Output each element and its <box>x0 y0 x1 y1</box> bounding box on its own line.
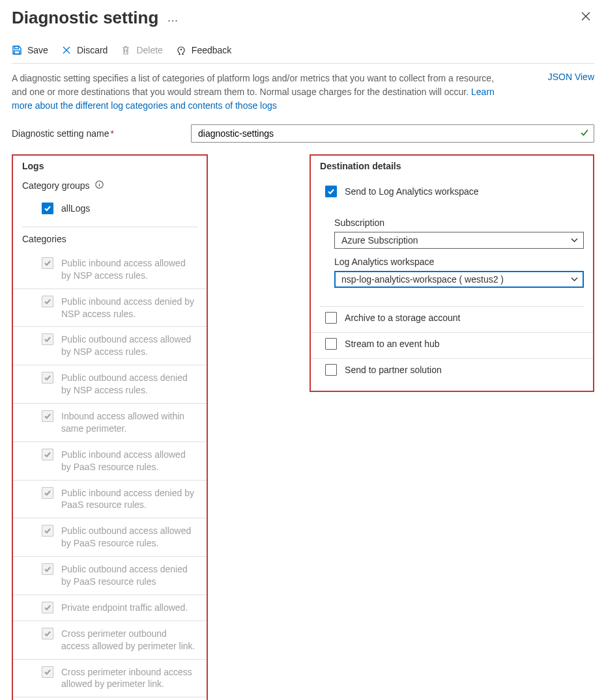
category-label: Public outbound access allowed by NSP ac… <box>61 333 197 358</box>
chevron-down-icon <box>571 235 578 245</box>
page-title: Diagnostic setting <box>12 8 158 28</box>
setting-name-label: Diagnostic setting name* <box>12 128 191 139</box>
description-text: A diagnostic setting specifies a list of… <box>12 72 507 113</box>
delete-button: Delete <box>121 45 162 55</box>
category-checkbox <box>42 628 53 639</box>
category-label: Public outbound access allowed by PaaS r… <box>61 525 197 550</box>
alllogs-checkbox[interactable] <box>42 203 53 214</box>
partner-label: Send to partner solution <box>345 364 442 376</box>
logs-title: Logs <box>13 161 207 171</box>
subscription-value: Azure Subscription <box>341 235 418 245</box>
toolbar: Save Discard Delete Feedback <box>12 45 594 64</box>
workspace-label: Log Analytics workspace <box>334 257 584 267</box>
logs-panel: Logs Category groups allLogs Categories … <box>12 154 208 700</box>
category-checkbox <box>42 666 53 678</box>
category-label: Public inbound access denied by NSP acce… <box>61 296 197 320</box>
category-row: Public inbound access denied by NSP acce… <box>13 288 207 327</box>
archive-checkbox[interactable] <box>325 312 337 324</box>
category-row: Private endpoint traffic allowed. <box>13 595 207 621</box>
valid-check-icon <box>580 128 589 139</box>
delete-icon <box>121 45 131 55</box>
category-checkbox <box>42 372 53 384</box>
category-checkbox <box>42 333 53 345</box>
partner-checkbox[interactable] <box>325 364 337 376</box>
close-button[interactable] <box>577 8 594 25</box>
category-label: Public inbound access allowed by NSP acc… <box>61 257 197 282</box>
category-label: Public outbound access denied by NSP acc… <box>61 372 197 397</box>
category-label: Private endpoint traffic allowed. <box>61 602 188 614</box>
stream-label: Stream to an event hub <box>345 338 440 350</box>
svg-rect-1 <box>14 51 20 54</box>
category-row: Public inbound access denied by PaaS res… <box>13 480 207 518</box>
discard-icon <box>61 45 72 55</box>
category-checkbox <box>42 525 53 537</box>
category-checkbox <box>42 602 53 613</box>
category-row: Public outbound access denied by PaaS re… <box>13 556 207 595</box>
more-icon[interactable]: ··· <box>167 10 178 26</box>
save-button[interactable]: Save <box>12 45 48 55</box>
send-la-label: Send to Log Analytics workspace <box>345 186 478 198</box>
discard-label: Discard <box>77 45 108 55</box>
destination-panel: Destination details Send to Log Analytic… <box>310 154 594 392</box>
workspace-value: nsp-log-analytics-workspace ( westus2 ) <box>341 274 504 285</box>
category-checkbox <box>42 296 53 307</box>
json-view-link[interactable]: JSON View <box>548 72 594 82</box>
required-indicator: * <box>109 128 113 139</box>
alllogs-label: allLogs <box>61 203 90 215</box>
category-row: Public inbound access allowed by NSP acc… <box>13 251 207 288</box>
category-checkbox <box>42 487 53 499</box>
setting-name-input[interactable] <box>191 124 594 143</box>
stream-checkbox[interactable] <box>325 338 337 350</box>
feedback-label: Feedback <box>192 45 231 55</box>
category-label: Cross perimeter outbound access allowed … <box>61 628 197 652</box>
category-row: Public outbound access denied by NSP acc… <box>13 365 207 403</box>
category-checkbox <box>42 410 53 422</box>
svg-point-2 <box>180 49 182 50</box>
category-row: Cross perimeter inbound access allowed b… <box>13 659 207 697</box>
category-checkbox <box>42 257 53 269</box>
svg-rect-0 <box>15 46 19 49</box>
category-row: Public outbound access allowed by PaaS r… <box>13 518 207 556</box>
archive-label: Archive to a storage account <box>345 312 460 324</box>
send-la-checkbox[interactable] <box>325 186 337 197</box>
chevron-down-icon <box>571 274 578 285</box>
categories-heading: Categories <box>13 234 207 244</box>
category-row: Public inbound access allowed by PaaS re… <box>13 441 207 480</box>
categories-list: Public inbound access allowed by NSP acc… <box>13 251 207 700</box>
category-row: Cross perimeter outbound access allowed … <box>13 621 207 659</box>
category-label: Public inbound access denied by PaaS res… <box>61 487 197 512</box>
subscription-select[interactable]: Azure Subscription <box>334 232 584 249</box>
feedback-icon <box>176 45 186 55</box>
category-checkbox <box>42 449 53 460</box>
save-label: Save <box>27 45 48 55</box>
workspace-select[interactable]: nsp-log-analytics-workspace ( westus2 ) <box>334 271 584 288</box>
discard-button[interactable]: Discard <box>61 45 108 55</box>
info-icon[interactable] <box>95 180 104 191</box>
category-row: Inbound access allowed within same perim… <box>13 403 207 441</box>
category-label: Public inbound access allowed by PaaS re… <box>61 449 197 473</box>
save-icon <box>12 45 22 55</box>
category-label: Cross perimeter inbound access allowed b… <box>61 666 197 691</box>
subscription-label: Subscription <box>334 217 584 228</box>
category-groups-heading: Category groups <box>13 180 207 191</box>
category-row: Public outbound access allowed by NSP ac… <box>13 326 207 365</box>
delete-label: Delete <box>136 45 162 55</box>
feedback-button[interactable]: Feedback <box>176 45 231 55</box>
close-icon <box>581 12 590 21</box>
destination-title: Destination details <box>311 161 593 171</box>
category-row: Outbound attempted to same or different … <box>13 697 207 700</box>
category-checkbox <box>42 563 53 575</box>
category-label: Public outbound access denied by PaaS re… <box>61 563 197 588</box>
category-label: Inbound access allowed within same perim… <box>61 410 197 435</box>
